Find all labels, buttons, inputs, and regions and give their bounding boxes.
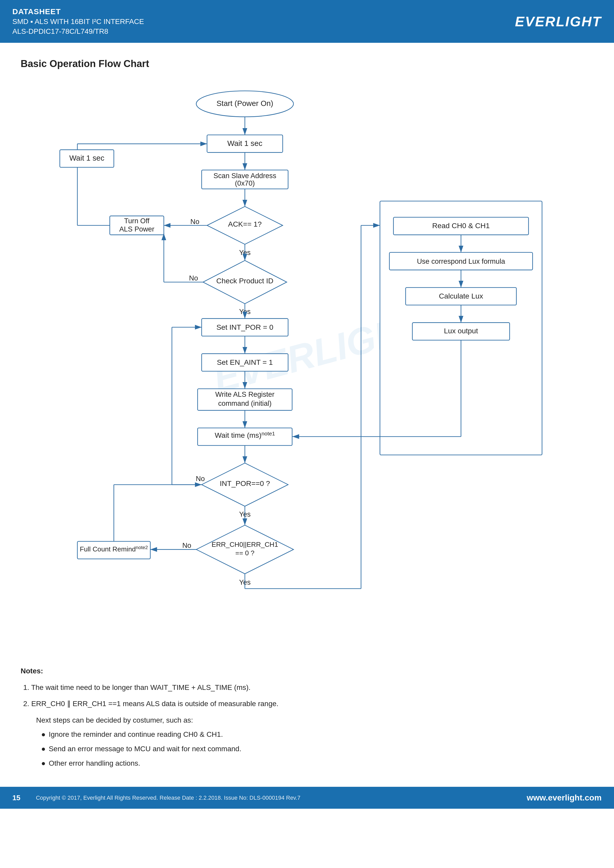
svg-text:(0x70): (0x70) xyxy=(235,179,255,187)
svg-text:No: No xyxy=(182,541,191,549)
svg-text:ERR_CH0||ERR_CH1: ERR_CH0||ERR_CH1 xyxy=(212,541,278,548)
svg-text:Lux output: Lux output xyxy=(444,327,478,335)
notes-title: Notes: xyxy=(21,665,593,677)
main-content: Basic Operation Flow Chart EVERLIGHT Sta… xyxy=(0,43,614,787)
note-2: 2. ERR_CH0 ∥ ERR_CH1 ==1 means ALS data … xyxy=(23,698,593,710)
svg-text:Set INT_POR = 0: Set INT_POR = 0 xyxy=(216,323,273,331)
page-number: 15 xyxy=(12,794,20,802)
header-title: DATASHEET xyxy=(12,7,144,16)
note-bullet-2: Send an error message to MCU and wait fo… xyxy=(41,743,593,755)
svg-text:No: No xyxy=(196,474,205,483)
flowchart: EVERLIGHT Start (Power On) Wait 1 sec Sc… xyxy=(21,82,593,649)
svg-text:No: No xyxy=(189,274,198,282)
company-logo: EVERLIGHT xyxy=(515,13,602,29)
footer-website: www.everlight.com xyxy=(527,793,602,803)
svg-text:Scan Slave Address: Scan Slave Address xyxy=(214,172,276,180)
note-1: 1. The wait time need to be longer than … xyxy=(23,681,593,694)
svg-text:ALS Power: ALS Power xyxy=(119,225,154,233)
header-subtitle2: ALS-DPDIC17-78C/L749/TR8 xyxy=(12,27,144,36)
note-2-sub: Next steps can be decided by costumer, s… xyxy=(36,714,593,727)
svg-text:Use correspond  Lux formula: Use correspond Lux formula xyxy=(417,257,505,265)
svg-text:command (initial): command (initial) xyxy=(218,399,271,407)
svg-text:== 0 ?: == 0 ? xyxy=(235,549,254,557)
svg-text:Set EN_AINT = 1: Set EN_AINT = 1 xyxy=(217,358,273,366)
svg-text:Write ALS Register: Write ALS Register xyxy=(216,390,274,398)
svg-text:ACK== 1?: ACK== 1? xyxy=(228,220,262,228)
header-text: DATASHEET SMD ▪ ALS WITH 16BIT I²C INTER… xyxy=(12,7,144,36)
footer-left: 15 Copyright © 2017, Everlight All Right… xyxy=(12,794,301,802)
svg-text:Start (Power On): Start (Power On) xyxy=(217,99,273,107)
svg-text:Wait 1 sec: Wait 1 sec xyxy=(69,153,104,162)
note-bullet-1: Ignore the reminder and continue reading… xyxy=(41,728,593,741)
svg-text:Calculate Lux: Calculate Lux xyxy=(439,292,483,300)
section-title: Basic Operation Flow Chart xyxy=(21,58,593,69)
notes-section: Notes: 1. The wait time need to be longe… xyxy=(21,665,593,769)
svg-text:Turn Off: Turn Off xyxy=(124,217,150,225)
svg-text:Check Product ID: Check Product ID xyxy=(216,277,274,285)
svg-text:Wait 1 sec: Wait 1 sec xyxy=(228,139,262,147)
note-bullet-3: Other error handling actions. xyxy=(41,757,593,770)
header-subtitle1: SMD ▪ ALS WITH 16BIT I²C INTERFACE xyxy=(12,17,144,26)
page-header: DATASHEET SMD ▪ ALS WITH 16BIT I²C INTER… xyxy=(0,0,614,43)
page-footer: 15 Copyright © 2017, Everlight All Right… xyxy=(0,787,614,809)
footer-copyright: Copyright © 2017, Everlight All Rights R… xyxy=(36,795,301,801)
svg-text:No: No xyxy=(190,218,199,226)
svg-text:Read CH0 & CH1: Read CH0 & CH1 xyxy=(432,222,490,230)
svg-text:INT_POR==0 ?: INT_POR==0 ? xyxy=(220,479,270,487)
